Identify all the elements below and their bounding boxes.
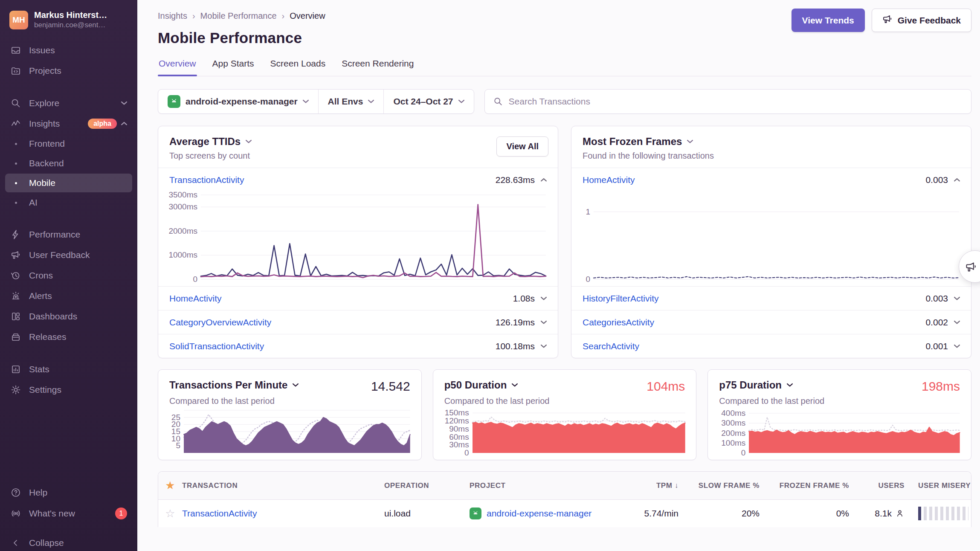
breadcrumb-insights[interactable]: Insights (158, 11, 187, 21)
chevron-down-icon[interactable] (954, 344, 960, 348)
col-tpm-sort[interactable]: TPM ↓ (656, 481, 678, 490)
give-feedback-label: Give Feedback (898, 15, 961, 26)
project-selector[interactable]: android-expense-manager (158, 90, 318, 113)
chevron-down-icon[interactable] (293, 383, 299, 387)
sidebar-item-crons[interactable]: Crons (5, 266, 132, 285)
transaction-link[interactable]: HomeActivity (583, 175, 635, 185)
chevron-up-icon[interactable] (954, 178, 960, 182)
chevron-down-icon[interactable] (954, 320, 960, 325)
chevron-down-icon[interactable] (246, 139, 252, 144)
sidebar-item-dashboards[interactable]: Dashboards (5, 307, 132, 326)
chart-y-axis: 10 (575, 195, 594, 279)
transaction-link[interactable]: CategoryOverviewActivity (169, 317, 271, 328)
col-project: PROJECT (470, 481, 580, 490)
sidebar-item-label: What's new (29, 508, 75, 519)
project-link[interactable]: android-expense-manager (487, 508, 591, 519)
sidebar-item-label: Explore (29, 98, 59, 108)
sidebar-item-insights[interactable]: Insights alpha (5, 114, 132, 133)
chevron-down-icon[interactable] (541, 296, 547, 301)
transaction-link[interactable]: TransactionActivity (169, 175, 244, 185)
user-menu[interactable]: MH Markus Hinterst… benjamin.coe@sent… (0, 0, 137, 34)
chevron-down-icon (303, 99, 309, 104)
sidebar-item-frontend[interactable]: Frontend (5, 134, 132, 153)
col-frozen-frame: FROZEN FRAME % (780, 481, 849, 490)
chevron-down-icon[interactable] (687, 139, 693, 144)
breadcrumb-mobile-performance[interactable]: Mobile Performance (200, 11, 277, 21)
frozen-value: 0.002 (925, 317, 948, 328)
transaction-link[interactable]: HistoryFilterActivity (583, 293, 659, 304)
transaction-link[interactable]: HomeActivity (169, 293, 222, 304)
frozen-row-categoriesactivity: CategoriesActivity 0.002 (571, 310, 971, 334)
android-icon (470, 508, 481, 519)
sidebar-item-backend[interactable]: Backend (5, 154, 132, 173)
tab-screen-rendering[interactable]: Screen Rendering (341, 58, 415, 76)
ttid-row-categoryoverviewactivity: CategoryOverviewActivity 126.19ms (158, 310, 558, 334)
tab-screen-loads[interactable]: Screen Loads (270, 58, 327, 76)
chevron-down-icon[interactable] (512, 383, 518, 387)
sidebar-item-label: Crons (29, 270, 53, 281)
sidebar-item-label: Dashboards (29, 311, 77, 322)
ttid-row-homeactivity: HomeActivity 1.08s (158, 286, 558, 310)
sidebar-item-issues[interactable]: Issues (5, 41, 132, 60)
sidebar-item-performance[interactable]: Performance (5, 225, 132, 244)
sidebar-item-label: Frontend (29, 139, 65, 149)
chevron-down-icon[interactable] (541, 344, 547, 348)
chart-plot (749, 410, 960, 453)
operation-cell: ui.load (384, 508, 470, 519)
star-outline-icon[interactable]: ☆ (158, 507, 182, 520)
frozen-row-homeactivity: HomeActivity 0.003 (571, 168, 971, 191)
bullet-icon (15, 162, 17, 165)
sidebar-item-releases[interactable]: Releases (5, 327, 132, 347)
chevron-down-icon[interactable] (787, 383, 793, 387)
sidebar-item-ai[interactable]: AI (5, 193, 132, 212)
p75-title: p75 Duration (719, 379, 782, 391)
search-transactions-input[interactable] (509, 96, 963, 107)
date-range-selector[interactable]: Oct 24–Oct 27 (383, 90, 473, 113)
sidebar-item-stats[interactable]: Stats (5, 360, 132, 379)
transaction-link[interactable]: SearchActivity (583, 341, 639, 351)
transaction-link[interactable]: TransactionActivity (182, 508, 257, 518)
sidebar-item-alerts[interactable]: Alerts (5, 286, 132, 306)
chevron-left-icon (10, 537, 21, 548)
transaction-link[interactable]: CategoriesActivity (583, 317, 654, 328)
frozen-frame-cell: 0% (836, 508, 849, 519)
p50-value: 104ms (647, 379, 685, 394)
ttid-row-solidtransactionactivity: SolidTransactionActivity 100.18ms (158, 334, 558, 358)
sidebar-item-label: Projects (29, 66, 61, 76)
chevron-up-icon (121, 122, 127, 126)
p75-duration-panel: p75 Duration 198ms Compared to the last … (707, 369, 971, 460)
sidebar-item-projects[interactable]: Projects (5, 61, 132, 81)
sidebar-nav: Issues Projects Explore Insights alpha F… (0, 41, 137, 400)
transaction-link[interactable]: SolidTransactionActivity (169, 341, 264, 351)
sidebar-item-whats-new[interactable]: What's new 1 (5, 503, 132, 524)
sidebar-item-mobile[interactable]: Mobile (5, 174, 132, 192)
view-trends-button[interactable]: View Trends (792, 9, 865, 32)
page-title: Mobile Performance (158, 29, 971, 46)
sidebar-item-settings[interactable]: Settings (5, 380, 132, 400)
avatar: MH (9, 11, 28, 29)
search-transactions-box (484, 89, 971, 114)
ttid-line-chart: 3500ms3000ms2000ms1000ms0 (158, 191, 558, 286)
frozen-value: 0.003 (925, 293, 948, 304)
chevron-up-icon[interactable] (541, 178, 547, 182)
tab-overview[interactable]: Overview (158, 58, 197, 76)
sidebar-collapse-button[interactable]: Collapse (5, 533, 132, 551)
chevron-down-icon[interactable] (954, 296, 960, 301)
frozen-row-searchactivity: SearchActivity 0.001 (571, 334, 971, 358)
environment-selector[interactable]: All Envs (318, 90, 384, 113)
give-feedback-button[interactable]: Give Feedback (872, 9, 971, 32)
megaphone-icon (882, 14, 893, 26)
view-all-button[interactable]: View All (496, 136, 548, 157)
chevron-down-icon (368, 99, 374, 104)
chevron-down-icon[interactable] (541, 320, 547, 325)
chart-plot (594, 195, 959, 279)
sidebar-item-help[interactable]: Help (5, 483, 132, 502)
tab-app-starts[interactable]: App Starts (212, 58, 255, 76)
sidebar-item-explore[interactable]: Explore (5, 93, 132, 113)
tpm-area-chart: 252015105 (158, 406, 421, 460)
megaphone-icon (965, 261, 977, 275)
sidebar-item-label: Issues (29, 45, 55, 55)
notification-badge: 1 (115, 508, 127, 519)
sidebar-item-label: Backend (29, 158, 64, 168)
sidebar-item-user-feedback[interactable]: User Feedback (5, 245, 132, 265)
